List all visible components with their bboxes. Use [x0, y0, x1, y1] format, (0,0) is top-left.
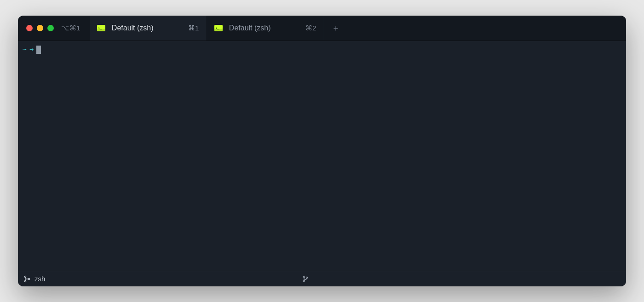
- prompt-line: ~ →: [23, 45, 621, 54]
- terminal-icon: ›_: [97, 25, 105, 31]
- text-cursor: [36, 46, 41, 54]
- tab-label: Default (zsh): [112, 24, 154, 32]
- close-window-button[interactable]: [26, 25, 33, 31]
- git-branch-icon[interactable]: [302, 275, 309, 283]
- svg-point-5: [306, 277, 307, 278]
- status-shell-name: zsh: [34, 275, 45, 283]
- minimize-window-button[interactable]: [37, 25, 43, 31]
- tab-label: Default (zsh): [229, 24, 271, 32]
- tab-bar: ⌥⌘1 ›_ Default (zsh) ⌘1 ›_ Default (zsh)…: [18, 16, 626, 41]
- prompt-cwd: ~: [23, 45, 27, 54]
- prompt-symbol: →: [29, 45, 34, 54]
- terminal-icon: ›_: [214, 25, 223, 31]
- svg-point-3: [303, 276, 305, 277]
- tab-hotkey: ⌘1: [188, 24, 199, 32]
- status-bar: zsh: [18, 271, 626, 286]
- new-tab-button[interactable]: ＋: [324, 16, 347, 41]
- process-tree-icon[interactable]: [23, 275, 31, 283]
- plus-icon: ＋: [332, 23, 340, 34]
- tab-1[interactable]: ›_ Default (zsh) ⌘1: [90, 16, 207, 41]
- tab-2[interactable]: ›_ Default (zsh) ⌘2: [207, 16, 324, 41]
- window-shortcut-label: ⌥⌘1: [61, 16, 90, 41]
- terminal-window: ⌥⌘1 ›_ Default (zsh) ⌘1 ›_ Default (zsh)…: [18, 16, 626, 286]
- svg-point-2: [28, 278, 29, 279]
- window-controls: [18, 16, 61, 41]
- terminal-viewport[interactable]: ~ →: [18, 41, 626, 271]
- svg-point-4: [303, 280, 305, 282]
- svg-point-0: [24, 276, 26, 277]
- svg-point-1: [24, 280, 26, 282]
- zoom-window-button[interactable]: [47, 25, 54, 31]
- tab-hotkey: ⌘2: [305, 24, 316, 32]
